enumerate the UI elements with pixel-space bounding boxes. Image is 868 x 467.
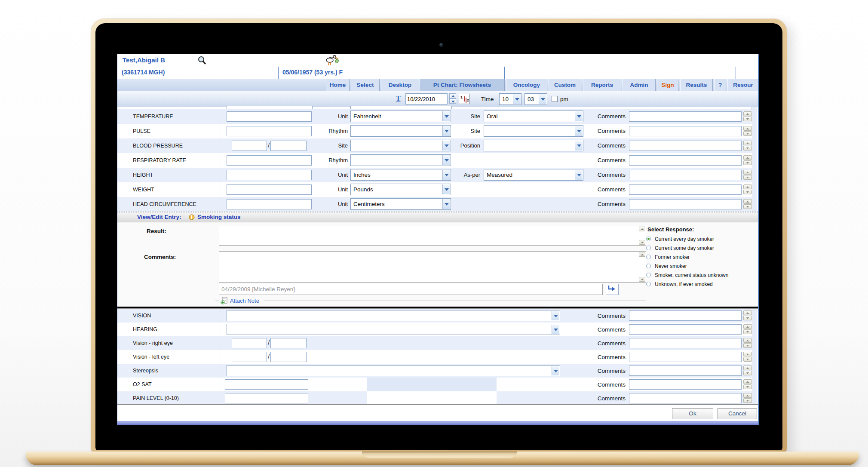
radio-smoker-status-unknown[interactable]	[646, 273, 651, 277]
comments-input[interactable]	[629, 352, 742, 362]
table-row: WEIGHT Unit Pounds Comments	[117, 182, 752, 197]
comment-spinner[interactable]	[743, 379, 752, 390]
comments-input[interactable]	[629, 199, 742, 209]
comment-spinner[interactable]	[743, 126, 752, 136]
comments-input[interactable]	[629, 155, 742, 166]
radio-current-every-day[interactable]	[646, 237, 651, 241]
comments-textarea[interactable]	[219, 251, 646, 283]
position-select[interactable]	[484, 140, 583, 151]
tab-desktop[interactable]: Desktop	[381, 79, 419, 91]
numerator-input[interactable]	[232, 338, 267, 348]
comment-spinner[interactable]	[743, 141, 752, 151]
unit-select[interactable]: Inches	[350, 169, 451, 181]
stereopsis-select[interactable]	[227, 365, 560, 376]
site-select[interactable]	[350, 140, 451, 151]
hand-pointer-icon[interactable]	[606, 284, 619, 295]
tab-custom[interactable]: Custom	[549, 79, 581, 91]
radio-never-smoker[interactable]	[646, 264, 651, 268]
comment-spinner[interactable]	[743, 184, 752, 195]
radio-former-smoker[interactable]	[646, 255, 651, 259]
lower-scrollbar[interactable]	[751, 309, 757, 404]
tab-reports[interactable]: Reports	[583, 79, 621, 91]
transcribe-link[interactable]: T	[396, 95, 401, 102]
comment-spinner[interactable]	[743, 352, 752, 362]
comments-input[interactable]	[629, 324, 742, 335]
attach-note-link[interactable]: Attach Note	[230, 298, 259, 304]
window-bottom-bar	[117, 421, 758, 425]
tab-sign[interactable]: Sign	[657, 79, 678, 91]
cancel-button[interactable]: Cancel	[718, 408, 757, 419]
scroll-up-icon[interactable]	[639, 252, 645, 257]
numerator-input[interactable]	[232, 352, 267, 362]
radio-unknown-if-ever-smoked[interactable]	[646, 282, 651, 286]
patient-name: Test,Abigail B	[123, 56, 165, 64]
pm-checkbox[interactable]	[552, 96, 558, 102]
site-select[interactable]	[484, 125, 583, 137]
tab-pt-chart-flowsheets[interactable]: Pt Chart: Flowsheets	[420, 79, 505, 91]
site-select[interactable]: Oral	[484, 111, 583, 122]
attach-note-icon[interactable]	[221, 297, 228, 306]
comments-input[interactable]	[629, 310, 742, 321]
value-input[interactable]	[225, 379, 308, 390]
comments-input[interactable]	[629, 111, 742, 122]
comments-input[interactable]	[629, 366, 742, 376]
unit-select[interactable]: Fahrenheit	[350, 111, 451, 122]
comments-input[interactable]	[629, 141, 742, 151]
vision-select[interactable]	[227, 310, 560, 321]
info-icon[interactable]	[189, 214, 195, 221]
tab-results[interactable]: Results	[680, 79, 713, 91]
date-spinner[interactable]	[449, 93, 456, 104]
comment-spinner[interactable]	[743, 338, 752, 348]
unit-select[interactable]: Centimeters	[350, 198, 451, 210]
hour-select[interactable]: 10	[499, 93, 521, 105]
minute-select[interactable]: 03	[524, 93, 547, 105]
result-textarea[interactable]	[219, 226, 646, 246]
comments-input[interactable]	[629, 393, 742, 403]
ok-button[interactable]: Ok	[672, 408, 713, 419]
time-format-icon[interactable]: 1 2	[459, 94, 470, 104]
view-edit-entry-panel: View/Edit Entry: Smoking status Result:	[117, 212, 758, 307]
comment-spinner[interactable]	[743, 170, 752, 180]
comment-spinner[interactable]	[743, 366, 752, 376]
hearing-select[interactable]	[227, 324, 560, 335]
comments-input[interactable]	[629, 170, 742, 180]
tab-resources[interactable]: Resour	[727, 79, 759, 91]
sensory-table: VISION Comments HEARING	[117, 308, 758, 404]
scroll-up-icon[interactable]	[639, 227, 645, 231]
scroll-down-icon[interactable]	[639, 277, 645, 282]
denominator-input[interactable]	[270, 338, 307, 348]
tab-oncology[interactable]: Oncology	[506, 79, 547, 91]
comments-input[interactable]	[629, 338, 742, 348]
rhythm-select[interactable]	[350, 125, 451, 137]
comment-spinner[interactable]	[743, 111, 752, 122]
rhythm-select[interactable]	[350, 154, 451, 166]
entry-date-field[interactable]: 04/29/2009 [Michelle Reyen]	[219, 284, 603, 295]
spinner-up-icon[interactable]	[449, 93, 456, 98]
comment-spinner[interactable]	[743, 155, 752, 166]
comment-spinner[interactable]	[743, 199, 752, 209]
tab-home[interactable]: Home	[326, 79, 350, 91]
tab-help[interactable]: ?	[714, 79, 726, 91]
comment-spinner[interactable]	[743, 393, 752, 403]
systolic-input[interactable]	[232, 141, 267, 151]
tab-admin[interactable]: Admin	[623, 79, 656, 91]
comment-spinner[interactable]	[743, 324, 752, 335]
vitals-scrollbar[interactable]	[751, 107, 757, 212]
stork-icon[interactable]	[325, 54, 341, 68]
table-row: HEARING Comments	[117, 323, 752, 336]
comments-input[interactable]	[629, 184, 742, 195]
unit-select[interactable]: Pounds	[350, 184, 451, 195]
date-input[interactable]	[405, 93, 448, 104]
radio-current-some-day[interactable]	[646, 246, 651, 250]
comments-input[interactable]	[629, 379, 742, 390]
table-row: Vision - right eye / Comments	[117, 336, 752, 350]
scroll-down-icon[interactable]	[639, 240, 645, 245]
search-icon[interactable]	[197, 55, 207, 66]
as-per-select[interactable]: Measured	[484, 169, 583, 181]
denominator-input[interactable]	[270, 352, 307, 362]
comment-spinner[interactable]	[743, 310, 752, 321]
tab-select[interactable]: Select	[351, 79, 380, 91]
spinner-down-icon[interactable]	[449, 98, 456, 104]
comments-input[interactable]	[629, 126, 742, 136]
value-input[interactable]	[225, 393, 308, 403]
